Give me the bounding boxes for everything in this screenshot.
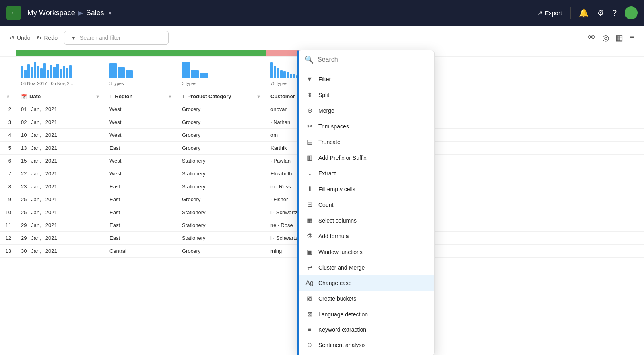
menu-item-fill_empty_cells[interactable]: ⬇ Fill empty cells [298, 181, 434, 197]
cell-product-category: Stationery [177, 232, 266, 245]
pb3 [200, 73, 208, 78]
select_columns-label: Select columns [318, 217, 357, 224]
bar5 [34, 62, 36, 78]
cb4 [280, 70, 283, 78]
add_formula-icon: ⚗ [305, 232, 314, 240]
row-num: 4 [0, 129, 16, 142]
row-num: 13 [0, 245, 16, 258]
pb1 [182, 62, 190, 78]
bar-region [105, 50, 177, 57]
project-caret[interactable]: ▼ [107, 10, 113, 16]
menu-item-select_columns[interactable]: ▦ Select columns [298, 213, 434, 228]
top-bar-actions: ↗ Export 🔔 ⚙ ? [537, 6, 638, 19]
cell-date: 30 · Jan, · 2021 [16, 245, 105, 258]
cell-region: East [105, 232, 177, 245]
bar3 [27, 64, 30, 78]
th-rownum: # [0, 90, 16, 103]
eye-icon[interactable]: 👁 [588, 33, 596, 42]
cell-date: 10 · Jan, · 2021 [16, 129, 105, 142]
chart-rownum [0, 57, 16, 90]
cell-product-category: Stationery [177, 155, 266, 167]
undo-button[interactable]: ↺ Undo [10, 35, 30, 41]
back-button[interactable]: ← [6, 6, 21, 20]
list-icon[interactable]: ≡ [630, 33, 634, 42]
menu-item-change_case[interactable]: Ag Change case [298, 275, 434, 291]
bar13 [60, 69, 62, 78]
cb7 [290, 74, 292, 78]
product-sort-icon[interactable]: ▼ [256, 94, 261, 99]
workspace-label[interactable]: My Workspace [27, 9, 75, 17]
menu-item-truncate[interactable]: ▤ Truncate [298, 134, 434, 150]
chart-region: 3 types [105, 57, 177, 90]
th-date[interactable]: 📅 Date ▼ [16, 90, 105, 103]
menu-item-cluster_and_merge[interactable]: ⇌ Cluster and Merge [298, 260, 434, 275]
menu-item-window_functions[interactable]: ▣ Window functions [298, 244, 434, 260]
search-filter-button[interactable]: ▼ Search and filter [64, 31, 169, 45]
region-sort-icon[interactable]: ▼ [168, 94, 172, 99]
chart-date: 06 Nov, 2017 - 05 Nov, 2... [16, 57, 105, 90]
menu-item-filter[interactable]: ▼ Filter [298, 72, 434, 87]
window_functions-icon: ▣ [305, 248, 314, 256]
cell-product-category: Grocery [177, 103, 266, 116]
date-mini-chart [21, 60, 100, 80]
cell-product-category: Stationery [177, 180, 266, 193]
split-icon: ⇕ [305, 91, 314, 99]
export-button[interactable]: ↗ Export [537, 9, 562, 17]
menu-item-trim_spaces[interactable]: ✂ Trim spaces [298, 118, 434, 134]
th-region[interactable]: T Region ▼ [105, 90, 177, 103]
menu-item-add_formula[interactable]: ⚗ Add formula [298, 228, 434, 244]
menu-item-create_buckets[interactable]: ▩ Create buckets [298, 291, 434, 306]
extract-label: Extract [318, 170, 336, 177]
avatar[interactable] [625, 6, 638, 19]
product-summary: 3 types [182, 80, 261, 87]
cell-product-category: Grocery [177, 116, 266, 129]
cell-region: East [105, 219, 177, 232]
cell-region: East [105, 193, 177, 206]
cluster_and_merge-icon: ⇌ [305, 264, 314, 271]
menu-item-language_detection[interactable]: ⊠ Language detection [298, 306, 434, 322]
region-mini-chart [109, 60, 172, 80]
cell-extra [419, 232, 644, 245]
th-extra [419, 90, 644, 103]
bar9 [47, 70, 49, 78]
cell-region: West [105, 116, 177, 129]
split-label: Split [318, 92, 329, 98]
menu-item-keyword_extraction[interactable]: ≡ Keyword extraction [298, 322, 434, 337]
project-label[interactable]: Sales [86, 9, 104, 17]
menu-item-split[interactable]: ⇕ Split [298, 87, 434, 103]
menu-item-count[interactable]: ⊞ Count [298, 197, 434, 213]
help-icon[interactable]: ? [612, 8, 617, 18]
language_detection-label: Language detection [318, 311, 368, 318]
menu-item-extract[interactable]: ⤓ Extract [298, 165, 434, 181]
row-num: 2 [0, 103, 16, 116]
date-sort-icon[interactable]: ▼ [95, 94, 100, 99]
search-input[interactable] [318, 56, 428, 63]
chart-icon[interactable]: ▦ [615, 33, 623, 43]
add_formula-label: Add formula [318, 233, 349, 239]
row-num: 3 [0, 116, 16, 129]
top-bar: ← My Workspace ▶ Sales ▼ ↗ Export 🔔 ⚙ ? [0, 0, 644, 26]
cell-region: West [105, 129, 177, 142]
redo-button[interactable]: ↻ Redo [37, 35, 57, 41]
target-icon[interactable]: ◎ [602, 33, 609, 43]
toolbar-view-actions: 👁 ◎ ▦ ≡ [588, 33, 634, 43]
gear-icon[interactable]: ⚙ [597, 8, 604, 18]
th-date-label: Date [29, 93, 41, 99]
menu-item-merge[interactable]: ⊕ Merge [298, 103, 434, 118]
row-num: 7 [0, 167, 16, 180]
bell-icon[interactable]: 🔔 [579, 8, 589, 18]
product-mini-chart [182, 60, 261, 80]
cell-region: East [105, 206, 177, 219]
menu-item-add_prefix_suffix[interactable]: ▥ Add Prefix or Suffix [298, 150, 434, 165]
search-filter-label: Search and filter [80, 35, 121, 41]
keyword_extraction-icon: ≡ [305, 326, 314, 333]
menu-item-sentiment_analysis[interactable]: ☺ Sentiment analysis [298, 337, 434, 353]
change_case-icon: Ag [305, 279, 314, 287]
product-type-icon: T [182, 94, 185, 99]
cell-region: West [105, 167, 177, 180]
row-num: 6 [0, 155, 16, 167]
create_buckets-label: Create buckets [318, 295, 356, 302]
truncate-icon: ▤ [305, 138, 314, 146]
bar-extra [419, 50, 644, 57]
th-product-category[interactable]: T Product Category ▼ [177, 90, 266, 103]
